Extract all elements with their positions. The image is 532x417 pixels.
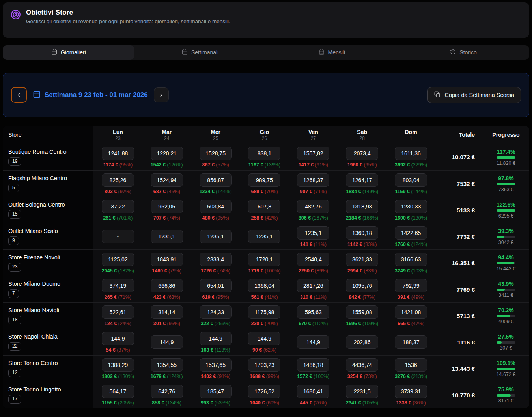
objective-input[interactable]	[102, 173, 134, 187]
objective-input[interactable]	[395, 147, 427, 160]
objective-input[interactable]	[151, 358, 183, 372]
objective-input[interactable]	[200, 332, 232, 345]
objective-input[interactable]	[200, 358, 232, 372]
objective-input[interactable]	[151, 147, 183, 160]
objective-input[interactable]	[346, 279, 378, 292]
objective-input[interactable]	[151, 279, 183, 292]
objective-input[interactable]	[395, 279, 427, 292]
store-table-body: Boutique Roma Centro191174 € (95%)1542 €…	[3, 144, 529, 408]
objective-input[interactable]	[297, 279, 329, 292]
objective-input[interactable]	[102, 305, 134, 319]
store-name: Store Milano Duomo	[8, 281, 60, 287]
objective-input[interactable]	[151, 230, 183, 243]
objective-input[interactable]	[102, 385, 134, 398]
progress-bar-fill	[497, 315, 510, 317]
objective-input[interactable]	[297, 358, 329, 372]
objective-input[interactable]	[297, 385, 329, 398]
objective-input[interactable]	[395, 253, 427, 266]
objective-input[interactable]	[346, 200, 378, 213]
objective-input[interactable]	[200, 279, 232, 292]
objective-input[interactable]	[248, 230, 280, 243]
actual-percent: (20%)	[263, 321, 278, 326]
objective-input[interactable]	[102, 358, 134, 372]
objective-input[interactable]	[200, 230, 232, 243]
objective-input[interactable]	[102, 200, 134, 213]
objective-input[interactable]	[395, 385, 427, 398]
objective-input[interactable]	[395, 305, 427, 319]
objective-input[interactable]	[200, 200, 232, 213]
day-cell: 1338 € (36%)	[386, 382, 435, 408]
objective-input[interactable]	[248, 147, 280, 160]
objective-input[interactable]	[346, 226, 378, 240]
actual-revenue: 261 € (701%)	[103, 215, 133, 221]
row-total: 1116 €	[435, 329, 483, 355]
actual-amount: 993 €	[201, 400, 213, 406]
objective-input[interactable]	[200, 173, 232, 187]
objective-input[interactable]	[151, 253, 183, 266]
objective-input[interactable]	[151, 305, 183, 319]
objective-input[interactable]	[248, 358, 280, 372]
objective-input[interactable]	[248, 279, 280, 292]
tab-storico[interactable]: Storico	[398, 45, 529, 60]
objective-input[interactable]	[200, 253, 232, 266]
objective-input[interactable]	[346, 305, 378, 319]
actual-percent: (99%)	[265, 374, 279, 379]
objective-input[interactable]	[248, 305, 280, 319]
week-panel: Settimana 9 23 feb - 01 mar 2026 Copia d…	[3, 73, 529, 117]
objective-input[interactable]	[200, 147, 232, 160]
next-week-button[interactable]	[154, 87, 169, 102]
objective-input[interactable]	[346, 335, 378, 349]
objective-input[interactable]	[297, 173, 329, 187]
objective-input[interactable]	[248, 385, 280, 398]
actual-percent: (63%)	[166, 294, 180, 300]
table-row: Flagship Milano Centro5803 € (97%)687 € …	[3, 170, 529, 197]
objective-input[interactable]	[200, 385, 232, 398]
copy-icon	[434, 91, 441, 99]
tab-label: Giornalieri	[61, 49, 86, 56]
store-badge: 23	[8, 263, 21, 272]
objective-input[interactable]	[297, 253, 329, 266]
objective-input[interactable]	[248, 253, 280, 266]
actual-revenue: 907 € (71%)	[300, 189, 327, 194]
objective-input[interactable]	[395, 226, 427, 240]
objective-input[interactable]	[151, 385, 183, 398]
objective-input[interactable]	[248, 200, 280, 213]
objective-input[interactable]	[248, 332, 280, 345]
actual-revenue: 90 € (62%)	[252, 347, 276, 353]
objective-input[interactable]	[151, 335, 183, 349]
objective-input[interactable]	[102, 279, 134, 292]
objective-input[interactable]	[200, 305, 232, 319]
objective-input[interactable]	[102, 332, 134, 345]
objective-input[interactable]	[346, 147, 378, 160]
objective-input[interactable]	[395, 173, 427, 187]
objective-input[interactable]	[297, 305, 329, 319]
objective-input[interactable]	[248, 173, 280, 187]
objective-input[interactable]	[346, 173, 378, 187]
objective-input[interactable]	[346, 253, 378, 266]
day-cell: 1802 € (130%)	[93, 356, 142, 382]
objective-input[interactable]	[346, 385, 378, 398]
objective-input[interactable]	[151, 173, 183, 187]
actual-percent: (126%)	[166, 162, 183, 168]
objective-input[interactable]	[346, 358, 378, 372]
actual-percent: (62%)	[262, 347, 276, 353]
progress-amount: 3042 €	[498, 240, 513, 245]
objective-input[interactable]	[395, 358, 427, 372]
store-cell: Store Torino Lingotto17	[3, 382, 93, 408]
tab-giornalieri[interactable]: Giornalieri	[3, 45, 134, 60]
objective-input[interactable]	[102, 147, 134, 160]
prev-week-button[interactable]	[11, 87, 27, 103]
objective-input[interactable]	[297, 200, 329, 213]
objective-input[interactable]	[102, 253, 134, 266]
actual-amount: 1155 €	[102, 400, 117, 406]
objective-input[interactable]	[395, 200, 427, 213]
copy-last-week-button[interactable]: Copia da Settimana Scorsa	[427, 87, 521, 103]
actual-percent: (91%)	[314, 162, 328, 168]
objective-input[interactable]	[395, 335, 427, 349]
tab-settimanali[interactable]: Settimanali	[134, 45, 266, 60]
objective-input[interactable]	[297, 226, 329, 240]
tab-mensili[interactable]: Mensili	[266, 45, 398, 60]
objective-input[interactable]	[297, 335, 329, 349]
objective-input[interactable]	[297, 147, 329, 160]
objective-input[interactable]	[151, 200, 183, 213]
